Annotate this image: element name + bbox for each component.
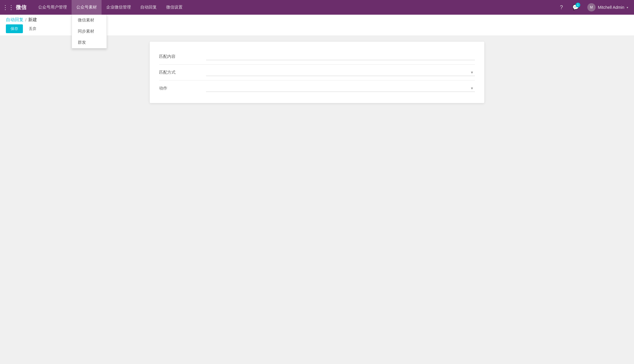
- user-name: Mitchell Admin: [598, 5, 624, 10]
- grid-icon[interactable]: ⋮⋮: [4, 3, 13, 12]
- nav-item-users[interactable]: 公众号用户管理: [33, 0, 72, 15]
- nav-item-settings[interactable]: 微信设置: [161, 0, 187, 15]
- dropdown-item-mass-send[interactable]: 群发: [72, 37, 107, 48]
- materials-dropdown: 微信素材 同步素材 群发: [72, 15, 107, 48]
- messages-icon-btn[interactable]: 💬 1: [571, 3, 580, 12]
- action-select-wrapper: ▼: [206, 85, 475, 92]
- form-row-match-content: 匹配内容: [159, 49, 475, 65]
- field-select-action: ▼: [206, 85, 475, 92]
- form-row-match-type: 匹配方式 ▼: [159, 65, 475, 80]
- breadcrumb-parent[interactable]: 自动回复: [6, 17, 23, 23]
- app-logo: 微信: [16, 4, 26, 11]
- form-row-action: 动作 ▼: [159, 80, 475, 96]
- avatar: M: [587, 3, 596, 11]
- field-select-match-type: ▼: [206, 69, 475, 76]
- field-input-match-content: [206, 53, 475, 60]
- nav-items: 公众号用户管理 公众号素材 微信素材 同步素材 群发 企业微信管理 自动回复 微…: [33, 0, 557, 15]
- action-select[interactable]: [206, 85, 475, 92]
- breadcrumb-current: 新建: [28, 17, 37, 23]
- field-label-match-content: 匹配内容: [159, 54, 206, 59]
- dropdown-item-wechat-material[interactable]: 微信素材: [72, 15, 107, 26]
- nav-item-materials[interactable]: 公众号素材 微信素材 同步素材 群发: [72, 0, 102, 15]
- field-label-match-type: 匹配方式: [159, 70, 206, 75]
- help-icon-btn[interactable]: ?: [557, 3, 566, 12]
- nav-item-enterprise[interactable]: 企业微信管理: [102, 0, 136, 15]
- match-type-select[interactable]: [206, 69, 475, 76]
- match-content-input[interactable]: [206, 53, 475, 60]
- nav-right: ? 💬 1 M Mitchell Admin ▾: [557, 0, 630, 15]
- user-menu[interactable]: M Mitchell Admin ▾: [585, 0, 630, 15]
- form-card: 匹配内容 匹配方式 ▼ 动作: [150, 42, 484, 103]
- help-icon: ?: [560, 4, 563, 11]
- breadcrumb-separator: /: [25, 17, 26, 22]
- match-type-select-wrapper: ▼: [206, 69, 475, 76]
- dropdown-item-sync-material[interactable]: 同步素材: [72, 26, 107, 37]
- message-badge: 1: [576, 3, 580, 7]
- discard-button[interactable]: 丢弃: [25, 24, 40, 33]
- save-button[interactable]: 保存: [6, 24, 23, 33]
- top-nav: ⋮⋮ 微信 公众号用户管理 公众号素材 微信素材 同步素材 群发 企业微信管理 …: [0, 0, 634, 15]
- user-dropdown-arrow: ▾: [627, 6, 628, 9]
- field-label-action: 动作: [159, 86, 206, 91]
- nav-item-autoreply[interactable]: 自动回复: [136, 0, 161, 15]
